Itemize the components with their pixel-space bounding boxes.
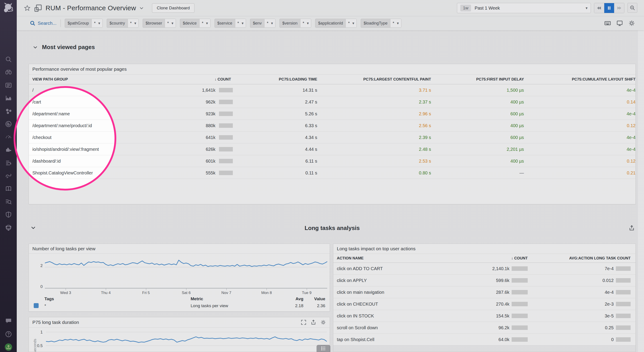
scroll-gutter[interactable] — [638, 30, 644, 352]
share-export-icon[interactable] — [310, 320, 316, 325]
count-bar — [512, 290, 528, 295]
tv-mode-icon[interactable] — [616, 20, 623, 26]
time-range-label: Past 1 Week — [474, 5, 586, 11]
caret-down-icon: ▾ — [352, 21, 354, 26]
avg-bar — [616, 326, 630, 330]
table-row[interactable]: click on ADD TO CART2,140.1k7e-4 — [333, 263, 636, 275]
time-backward-button[interactable] — [594, 3, 604, 13]
synthetics-icon[interactable] — [5, 120, 12, 128]
p75-line-chart[interactable] — [46, 328, 327, 352]
chat-icon[interactable] — [5, 317, 12, 324]
gear-icon[interactable] — [320, 320, 326, 325]
table-row[interactable]: /1,641k14.31 s3.71 s1,500 µs4e-4 — [29, 84, 636, 96]
count-bar — [512, 278, 528, 283]
network-icon[interactable] — [5, 224, 12, 231]
time-range-selector[interactable]: 1w Past 1 Week ▾ — [457, 3, 591, 13]
count-bar — [512, 337, 528, 342]
count-bar — [219, 123, 233, 128]
top-bar: RUM - Performance Overview Clone Dashboa… — [17, 0, 644, 16]
log-explorer-icon[interactable] — [5, 198, 12, 205]
legend-header-avg: Avg — [286, 297, 303, 301]
star-icon[interactable] — [24, 5, 30, 11]
col-fid[interactable]: PC75:FIRST INPUT DELAY — [431, 77, 524, 82]
template-var-browser[interactable]: $browser*▾ — [143, 19, 176, 28]
fullscreen-icon[interactable] — [301, 320, 306, 325]
avg-bar — [616, 302, 630, 306]
playback-controls — [594, 3, 624, 13]
notebooks-icon[interactable] — [5, 185, 12, 192]
upgrade-icon[interactable] — [4, 343, 12, 351]
col-view-path-group[interactable]: VIEW PATH GROUP — [32, 77, 178, 82]
template-var-applicationid[interactable]: $applicationId*▾ — [315, 19, 357, 28]
security-icon[interactable] — [5, 211, 12, 218]
table-row[interactable]: click on APPLY599.6k0.012 — [333, 275, 636, 286]
title-chevron-down-icon[interactable] — [139, 5, 144, 10]
col-count[interactable]: ↓ COUNT — [178, 77, 233, 82]
count-bar — [512, 314, 528, 318]
table-header-row: VIEW PATH GROUP ↓ COUNT PC75:LOADING TIM… — [29, 74, 636, 84]
col-action-name[interactable]: ACTION NAME — [337, 256, 460, 261]
table-row[interactable]: click on CHECKOUT270.4k2e-3 — [333, 298, 636, 310]
infrastructure-icon[interactable] — [5, 107, 12, 115]
legend-toggle-button[interactable] — [316, 345, 330, 352]
long-tasks-line-chart[interactable] — [45, 259, 327, 288]
zoom-out-button[interactable] — [628, 3, 637, 13]
clone-dashboard-button[interactable]: Clone Dashboard — [152, 3, 194, 13]
avg-bar — [616, 337, 630, 342]
sort-arrow-icon: ↓ — [511, 256, 513, 260]
datadog-logo-icon[interactable] — [2, 2, 15, 14]
template-var-pathgroup[interactable]: $pathGroup*▾ — [65, 19, 103, 28]
events-icon[interactable] — [5, 82, 12, 89]
collapse-chevron-icon[interactable] — [32, 45, 38, 50]
panel-title: Long tasks impact on top user actions — [333, 244, 636, 254]
panel-title: Number of long tasks per view — [29, 244, 330, 254]
logs-icon[interactable] — [5, 159, 12, 166]
caret-down-icon: ▾ — [242, 21, 244, 26]
caret-down-icon: ▾ — [307, 21, 309, 26]
table-row[interactable]: io/shopist/android/:view/:fragment626k4.… — [29, 143, 636, 155]
caret-down-icon: ▾ — [98, 21, 100, 26]
watchdog-icon[interactable] — [5, 69, 12, 76]
caret-down-icon: ▾ — [172, 21, 174, 26]
table-row[interactable]: /cart962k2.47 s2.37 s400 µs0.14 — [29, 96, 636, 108]
col-avg-long-task-count[interactable]: AVG:ACTION LONG TASK COUNT — [528, 256, 630, 261]
col-cls[interactable]: PC75:CUMULATIVE LAYOUT SHIFT — [524, 77, 636, 82]
template-var-version[interactable]: $version*▾ — [280, 19, 312, 28]
table-row[interactable]: /checkout641k4.34 s2.39 s600 µs4e-4 — [29, 132, 636, 143]
table-row[interactable]: tap on Shopist.Cell64.0k0 — [333, 334, 636, 346]
legend-swatch[interactable] — [34, 303, 38, 308]
traces-icon[interactable] — [5, 172, 12, 179]
template-var-env[interactable]: $env*▾ — [250, 19, 276, 28]
template-var-device[interactable]: $device*▾ — [180, 19, 210, 28]
legend-tags-value: * — [44, 303, 46, 308]
col-count[interactable]: ↓ COUNT — [460, 256, 528, 261]
pause-button[interactable] — [604, 3, 614, 13]
template-var-country[interactable]: $country*▾ — [107, 19, 139, 28]
apm-icon[interactable] — [5, 146, 12, 153]
table-row[interactable]: /dashboard/:id601k6.11 s2.53 s400 µs0.12 — [29, 155, 636, 167]
settings-gear-icon[interactable] — [628, 20, 635, 26]
keyboard-shortcuts-icon[interactable] — [604, 20, 611, 26]
search-icon — [30, 20, 36, 26]
share-export-icon[interactable] — [628, 225, 635, 231]
col-lcp[interactable]: PC75:LARGEST CONTENTFUL PAINT — [317, 77, 431, 82]
table-row[interactable]: Shopist.CatalogViewController555k0.11 s0… — [29, 167, 636, 179]
legend-header-metric: Metric — [191, 297, 203, 301]
template-var-loadingtype[interactable]: $loadingType*▾ — [361, 19, 401, 28]
template-var-service[interactable]: $service*▾ — [214, 19, 246, 28]
col-loading-time[interactable]: PC75:LOADING TIME — [233, 77, 317, 82]
search-nav-icon[interactable] — [5, 56, 12, 63]
time-forward-button[interactable] — [614, 3, 624, 13]
count-bar — [219, 100, 233, 104]
table-row[interactable]: click on main navigation287.6k4e-4 — [333, 286, 636, 298]
dashboard-search[interactable]: Search... — [30, 20, 56, 26]
table-row[interactable]: scroll on Scroll down96.2k0.25 — [333, 322, 636, 334]
help-icon[interactable] — [5, 331, 12, 338]
table-row[interactable]: /department/:name/product/:id880k6.33 s2… — [29, 120, 636, 132]
collapse-chevron-icon[interactable] — [30, 225, 36, 231]
table-row[interactable]: /department/:name923k5.26 s2.96 s600 µs4… — [29, 108, 636, 120]
metrics-icon[interactable] — [5, 95, 12, 102]
table-row[interactable]: click on IN STOCK154.5k3e-5 — [333, 310, 636, 322]
count-bar — [219, 159, 233, 163]
monitors-icon[interactable] — [5, 133, 12, 141]
